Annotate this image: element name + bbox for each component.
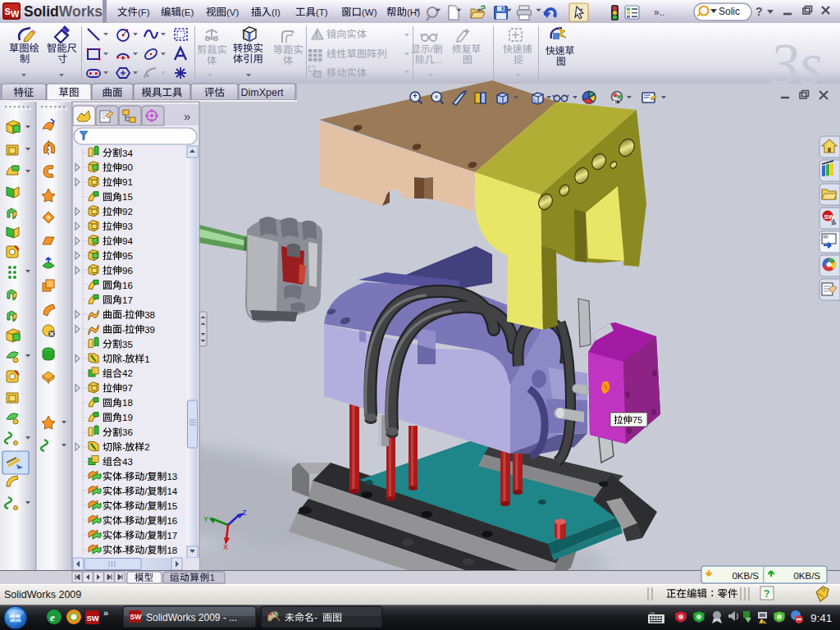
svg-text:...: ... [435,54,443,66]
svg-text:94: 94 [122,236,133,246]
svg-text:1: 1 [144,354,149,364]
svg-text:15: 15 [167,501,177,511]
svg-text:X: X [223,543,228,551]
svg-text:75: 75 [632,415,642,425]
svg-text:14: 14 [167,486,177,496]
svg-text:(E): (E) [181,7,194,17]
svg-text:1: 1 [210,573,215,582]
svg-text:-: - [122,501,126,511]
svg-text:95: 95 [122,251,133,261]
svg-text:(H): (H) [407,7,420,17]
svg-text:e: e [50,611,55,623]
svg-text:38: 38 [144,310,155,320]
svg-text:34: 34 [122,148,133,158]
svg-text:DimXpert: DimXpert [241,87,285,98]
svg-text:SolidWorks 2009: SolidWorks 2009 [4,589,81,600]
svg-text:-: - [122,310,126,320]
svg-text:Z: Z [242,509,247,517]
svg-text:18: 18 [167,546,177,555]
svg-text:Solic: Solic [719,6,740,17]
svg-text:!: ! [315,30,317,39]
svg-text:97: 97 [122,383,133,393]
svg-text:(W): (W) [362,7,377,17]
svg-text:?: ? [756,5,763,18]
svg-text:-: - [122,442,126,452]
svg-text:Y: Y [203,515,208,523]
svg-text:9:41: 9:41 [810,612,832,624]
svg-text:17: 17 [122,295,133,305]
svg-text:-: - [122,516,126,526]
svg-text:»: » [184,109,190,123]
svg-text:18: 18 [122,398,133,408]
svg-text:43: 43 [122,457,133,467]
svg-text:-: - [122,546,126,555]
svg-text:-: - [122,325,126,335]
svg-text:!: ! [762,620,764,625]
svg-text:91: 91 [122,177,133,187]
svg-text:-: - [122,531,126,541]
svg-text:-: - [314,612,317,623]
svg-text:SW: SW [130,613,143,621]
svg-text:SolidWorks 2009 - ...: SolidWorks 2009 - ... [146,612,237,623]
svg-text:96: 96 [122,266,133,276]
svg-text:15: 15 [122,192,133,202]
svg-text:16: 16 [167,516,177,526]
svg-text:SW: SW [87,614,99,623]
svg-text:S: S [5,7,11,16]
svg-text:(V): (V) [226,7,240,17]
svg-text:-: - [122,354,126,364]
svg-text:19: 19 [122,413,133,422]
svg-text:90: 90 [122,162,133,172]
svg-text:16: 16 [122,281,133,290]
svg-text:(F): (F) [138,7,150,17]
svg-text:93: 93 [122,221,133,231]
svg-text:CH: CH [650,611,655,615]
svg-text:42: 42 [122,368,133,378]
svg-text:13: 13 [167,472,177,482]
svg-text:2: 2 [144,442,149,452]
svg-text:(T): (T) [316,7,328,17]
svg-text:»: » [103,608,108,618]
svg-text:-: - [122,472,126,482]
svg-text:SolidWorks: SolidWorks [24,3,103,20]
svg-text:W: W [11,9,20,19]
svg-text:-: - [122,486,126,496]
svg-text:0KB/S: 0KB/S [793,571,820,581]
svg-text:0KB/S: 0KB/S [732,571,759,581]
svg-text:36: 36 [122,427,133,437]
svg-text:17: 17 [167,531,177,541]
svg-text:35: 35 [122,340,133,349]
svg-text:»..: ».. [654,7,664,18]
svg-text:(I): (I) [272,7,281,17]
svg-text:?: ? [764,588,769,600]
svg-text:39: 39 [144,325,155,335]
svg-text:92: 92 [122,207,133,217]
